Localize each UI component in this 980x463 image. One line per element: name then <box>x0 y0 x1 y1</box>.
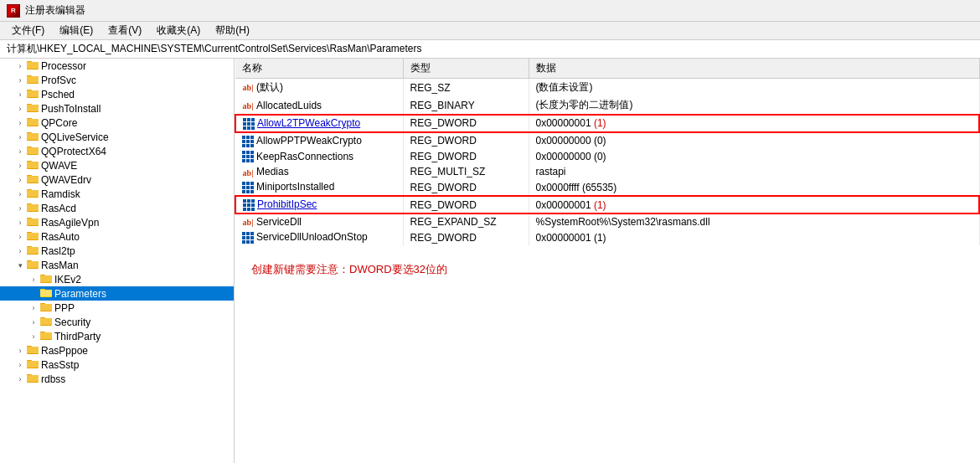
expand-icon[interactable]: › <box>27 304 40 312</box>
tree-label: Psched <box>41 89 75 100</box>
menu-edit[interactable]: 编辑(E) <box>53 22 100 39</box>
tree-item-thirdparty[interactable]: › ThirdParty <box>0 329 234 343</box>
menu-view[interactable]: 查看(V) <box>101 22 148 39</box>
tree-item-rasacd[interactable]: › RasAcd <box>0 201 234 215</box>
tree-item-psched[interactable]: › Psched <box>0 87 234 101</box>
folder-icon <box>27 88 39 100</box>
cell-data: 0x00000000 (0) <box>529 149 979 165</box>
tree-item-qqliveservice[interactable]: › QQLiveService <box>0 130 234 144</box>
expand-icon[interactable]: › <box>13 62 27 70</box>
tree-panel[interactable]: › Processor› ProfSvc› Psched› PushToInst… <box>0 59 235 463</box>
tree-item-security[interactable]: › Security <box>0 315 234 329</box>
table-row[interactable]: ab|AllocatedLuidsREG_BINARY(长度为零的二进制值) <box>235 96 979 115</box>
expand-icon[interactable]: › <box>13 162 27 170</box>
svg-rect-14 <box>27 119 39 126</box>
tree-label: QQLiveService <box>41 131 109 143</box>
cell-data: 0x00000001 (1) <box>529 229 979 245</box>
tree-item-parameters[interactable]: Parameters <box>0 286 234 301</box>
expand-icon[interactable]: › <box>13 147 27 156</box>
expand-icon[interactable]: › <box>13 133 27 141</box>
table-row[interactable]: ab|ServiceDllREG_EXPAND_SZ%SystemRoot%\S… <box>235 213 979 229</box>
expand-icon[interactable]: › <box>27 332 40 341</box>
tree-item-qwavedrv[interactable]: › QWAVEdrv <box>0 172 234 187</box>
table-row[interactable]: ProhibitIpSecREG_DWORD0x00000001 (1) <box>235 196 979 213</box>
expand-icon[interactable]: › <box>13 347 27 355</box>
expand-icon[interactable]: › <box>13 119 27 127</box>
menu-favorites[interactable]: 收藏夹(A) <box>150 22 207 39</box>
cell-name: AllowL2TPWeakCrypto <box>235 115 403 132</box>
table-row[interactable]: ServiceDllUnloadOnStopREG_DWORD0x0000000… <box>235 229 979 245</box>
address-bar[interactable]: 计算机\HKEY_LOCAL_MACHINE\SYSTEM\CurrentCon… <box>0 40 980 59</box>
tree-item-rasagilevpn[interactable]: › RasAgileVpn <box>0 215 234 229</box>
menu-file[interactable]: 文件(F) <box>5 22 51 39</box>
expand-icon[interactable]: › <box>13 219 27 227</box>
name-text: ServiceDllUnloadOnStop <box>256 231 368 243</box>
tree-item-rasman[interactable]: ▾ RasMan <box>0 258 234 272</box>
table-row[interactable]: ab|(默认)REG_SZ(数值未设置) <box>235 79 979 97</box>
expand-icon[interactable]: › <box>13 90 27 99</box>
expand-icon[interactable]: › <box>27 275 40 284</box>
table-row[interactable]: AllowL2TPWeakCryptoREG_DWORD0x00000001 (… <box>235 115 979 132</box>
expand-icon[interactable]: › <box>13 176 27 184</box>
expand-icon[interactable]: › <box>27 318 40 327</box>
tree-item-pushtoinstall[interactable]: › PushToInstall <box>0 101 234 116</box>
tree-item-raspppoe[interactable]: › RasPppoe <box>0 343 234 358</box>
expand-icon[interactable]: › <box>13 233 27 241</box>
cell-type: REG_DWORD <box>403 132 529 149</box>
tree-item-qqprotectx64[interactable]: › QQProtectX64 <box>0 144 234 158</box>
ab-icon: ab| <box>242 83 254 92</box>
svg-rect-38 <box>27 233 39 239</box>
svg-rect-35 <box>27 219 39 225</box>
tree-item-ikev2[interactable]: › IKEv2 <box>0 272 234 286</box>
grid-icon <box>243 118 255 130</box>
folder-icon <box>40 287 52 300</box>
tree-item-qpcore[interactable]: › QPCore <box>0 116 234 130</box>
folder-icon <box>27 216 39 229</box>
name-text: ServiceDll <box>256 216 302 228</box>
tree-label: QQProtectX64 <box>41 146 106 157</box>
tree-item-rassstp[interactable]: › RasSstp <box>0 358 234 372</box>
col-header-type: 类型 <box>403 59 529 79</box>
cell-name: ab|AllocatedLuids <box>235 96 403 115</box>
tree-label: ProfSvc <box>41 75 76 86</box>
tree-item-processor[interactable]: › Processor <box>0 59 234 73</box>
tree-item-profsvc[interactable]: › ProfSvc <box>0 73 234 87</box>
svg-rect-26 <box>27 176 39 183</box>
tree-label: PushToInstall <box>41 103 101 115</box>
expand-icon[interactable]: › <box>13 105 27 113</box>
cell-type: REG_DWORD <box>403 115 529 132</box>
svg-rect-5 <box>27 76 39 83</box>
tree-label: RasAcd <box>41 203 76 214</box>
expand-icon[interactable]: ▾ <box>13 261 27 270</box>
name-text: (默认) <box>256 81 283 93</box>
cell-type: REG_BINARY <box>403 96 529 115</box>
expand-icon[interactable]: › <box>13 76 27 85</box>
cell-name: AllowPPTPWeakCrypto <box>235 132 403 149</box>
folder-icon <box>40 273 52 286</box>
tree-label: rdbss <box>41 373 65 385</box>
tree-item-rasauto[interactable]: › RasAuto <box>0 229 234 244</box>
tree-label: Parameters <box>54 288 106 300</box>
address-path: 计算机\HKEY_LOCAL_MACHINE\SYSTEM\CurrentCon… <box>7 42 422 56</box>
table-row[interactable]: ab|MediasREG_MULTI_SZrastapi <box>235 164 979 179</box>
tree-item-ramdisk[interactable]: › Ramdisk <box>0 187 234 201</box>
expand-icon[interactable]: › <box>13 375 27 383</box>
cell-type: REG_DWORD <box>403 179 529 196</box>
tree-item-ppp[interactable]: › PPP <box>0 301 234 315</box>
expand-icon[interactable]: › <box>13 204 27 213</box>
expand-icon[interactable]: › <box>13 247 27 255</box>
table-row[interactable]: AllowPPTPWeakCryptoREG_DWORD0x00000000 (… <box>235 132 979 149</box>
svg-rect-17 <box>27 133 39 140</box>
tree-item-rasl2tp[interactable]: › Rasl2tp <box>0 244 234 258</box>
ab-icon: ab| <box>242 101 254 111</box>
expand-icon[interactable]: › <box>13 361 27 369</box>
tree-item-rdbss[interactable]: › rdbss <box>0 372 234 386</box>
table-row[interactable]: MiniportsInstalledREG_DWORD0x0000ffff (6… <box>235 179 979 196</box>
folder-icon <box>27 230 39 243</box>
expand-icon[interactable]: › <box>13 190 27 198</box>
title-bar-text: 注册表编辑器 <box>25 3 85 18</box>
svg-rect-11 <box>27 105 39 111</box>
table-row[interactable]: KeepRasConnectionsREG_DWORD0x00000000 (0… <box>235 149 979 165</box>
menu-help[interactable]: 帮助(H) <box>209 22 256 39</box>
tree-item-qwave[interactable]: › QWAVE <box>0 158 234 172</box>
